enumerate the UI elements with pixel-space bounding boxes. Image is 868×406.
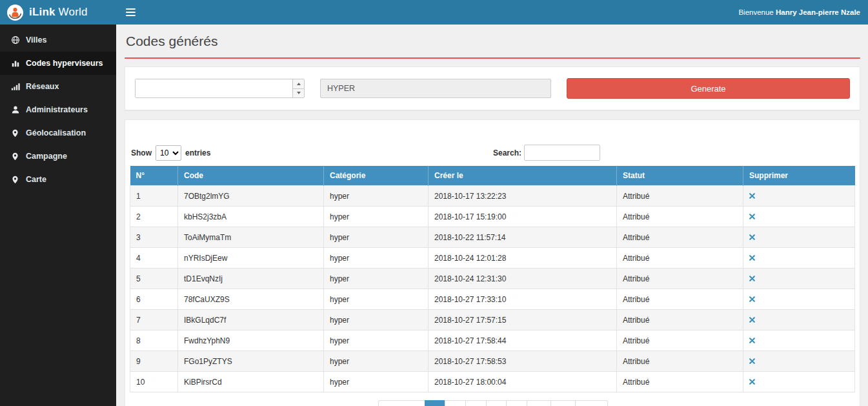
table-row: 17OBtg2lmYGhyper2018-10-17 13:22:23Attri…: [130, 186, 855, 207]
page-button-5[interactable]: 5: [506, 400, 527, 406]
page-button-previous[interactable]: Previous: [378, 400, 425, 406]
search-label: Search:: [493, 148, 521, 157]
sidebar-item-label: Villes: [26, 36, 46, 45]
sidebar-item-geolocalisation[interactable]: Géolocalisation: [0, 121, 116, 145]
cell-status: Attribué: [617, 289, 743, 310]
table-row: 3ToAiMymaTmhyper2018-10-22 11:57:14Attri…: [130, 227, 855, 248]
page-length-control: Show 10 entries: [130, 145, 493, 161]
topbar-main: Bienvenue Hanry Jean-pierre Nzale: [116, 0, 868, 25]
content: Codes générés Generate Show 10: [116, 25, 868, 406]
stepper-down-icon[interactable]: [293, 89, 304, 98]
column-header[interactable]: N°: [130, 166, 178, 186]
cell-code: tD1EvqNzIj: [178, 269, 324, 289]
sidebar-item-villes[interactable]: Villes: [0, 28, 116, 52]
delete-icon[interactable]: [749, 338, 755, 343]
cell-status: Attribué: [617, 207, 743, 227]
codes-table: N°CodeCatégorieCréer leStatutSupprimer 1…: [130, 166, 855, 392]
topbar: iLink World Bienvenue Hanry Jean-pierre …: [0, 0, 868, 25]
code-count-input[interactable]: [136, 79, 292, 97]
sidebar-item-label: Codes hyperviseurs: [26, 59, 103, 68]
delete-icon[interactable]: [749, 296, 755, 302]
title-divider: [125, 57, 860, 59]
delete-icon[interactable]: [749, 317, 755, 323]
column-header[interactable]: Supprimer: [743, 166, 855, 186]
cell-number: 10: [130, 372, 178, 392]
table-row: 5tD1EvqNzIjhyper2018-10-24 12:31:30Attri…: [130, 269, 855, 289]
cell-delete: [743, 351, 855, 372]
delete-icon[interactable]: [749, 255, 755, 261]
delete-icon[interactable]: [749, 358, 755, 364]
page-button-2[interactable]: 2: [445, 400, 466, 406]
cell-delete: [743, 227, 855, 248]
page-button-1[interactable]: 1: [425, 400, 446, 406]
delete-icon[interactable]: [749, 379, 755, 385]
cell-created: 2018-10-27 18:00:04: [429, 372, 617, 392]
cell-delete: [743, 289, 855, 310]
cell-created: 2018-10-22 11:57:14: [429, 227, 617, 248]
cell-number: 8: [130, 330, 178, 351]
table-controls: Show 10 entries Search:: [130, 145, 855, 161]
delete-icon[interactable]: [749, 276, 755, 281]
sidebar-item-label: Géolocalisation: [26, 128, 86, 137]
column-header[interactable]: Statut: [617, 166, 743, 186]
generate-button[interactable]: Generate: [567, 78, 850, 99]
welcome-prefix: Bienvenue: [738, 8, 776, 16]
page-length-select[interactable]: 10: [156, 145, 181, 161]
delete-icon[interactable]: [749, 214, 755, 219]
page-button-next[interactable]: Next: [575, 400, 608, 406]
sidebar-item-reseaux[interactable]: Réseaux: [0, 75, 116, 98]
delete-icon[interactable]: [749, 193, 755, 199]
search-input[interactable]: [524, 145, 600, 161]
user-icon: [10, 105, 20, 114]
delete-icon[interactable]: [749, 234, 755, 240]
column-header[interactable]: Catégorie: [324, 166, 429, 186]
sidebar-item-label: Administrateurs: [26, 105, 88, 114]
table-row: 8FwdhzYphN9hyper2018-10-27 17:58:44Attri…: [130, 330, 855, 351]
table-row: 9FGo1PyZTYShyper2018-10-27 17:58:53Attri…: [130, 351, 855, 372]
brand[interactable]: iLink World: [0, 0, 116, 25]
cell-created: 2018-10-27 17:57:15: [429, 310, 617, 330]
stepper-up-icon[interactable]: [293, 79, 304, 89]
cell-created: 2018-10-27 17:58:44: [429, 330, 617, 351]
page-button-ellipsis[interactable]: …: [527, 400, 551, 406]
cell-status: Attribué: [617, 330, 743, 351]
search-control: Search:: [493, 145, 855, 161]
cell-category: hyper: [324, 186, 429, 207]
welcome-text: Bienvenue Hanry Jean-pierre Nzale: [738, 8, 868, 16]
sidebar-item-administrateurs[interactable]: Administrateurs: [0, 98, 116, 121]
show-label: Show: [131, 148, 152, 157]
sidebar-item-codes-hyperviseurs[interactable]: Codes hyperviseurs: [0, 52, 116, 75]
sidebar-item-carte[interactable]: Carte: [0, 168, 116, 191]
entries-label: entries: [185, 148, 210, 157]
table-footer: Showing 1 to 10 of 218 entries Previous1…: [130, 400, 855, 406]
ilink-logo-icon: [6, 4, 24, 21]
cell-created: 2018-10-24 12:31:30: [429, 269, 617, 289]
page-title: Codes générés: [126, 34, 860, 49]
cell-delete: [743, 310, 855, 330]
column-header[interactable]: Code: [178, 166, 324, 186]
table-row: 7IBkGLqdC7fhyper2018-10-27 17:57:15Attri…: [130, 310, 855, 330]
map-marker-icon: [10, 176, 20, 184]
cell-code: KiBPirsrCd: [178, 372, 324, 392]
hamburger-menu-icon[interactable]: [116, 0, 145, 25]
globe-icon: [10, 36, 20, 45]
brand-text: iLink World: [29, 6, 88, 19]
cell-delete: [743, 186, 855, 207]
table-row: 10KiBPirsrCdhyper2018-10-27 18:00:04Attr…: [130, 372, 855, 392]
column-header[interactable]: Créer le: [429, 166, 617, 186]
page-button-3[interactable]: 3: [465, 400, 487, 406]
code-count-stepper: [135, 79, 305, 98]
cell-number: 5: [130, 269, 178, 289]
app-root: iLink World Bienvenue Hanry Jean-pierre …: [0, 0, 868, 406]
page-button-4[interactable]: 4: [486, 400, 507, 406]
cell-number: 7: [130, 310, 178, 330]
page-button-22[interactable]: 22: [550, 400, 576, 406]
signal-icon: [10, 82, 20, 91]
sidebar-nav: VillesCodes hyperviseursRéseauxAdministr…: [0, 28, 116, 191]
table-row: 4nYRIsDjEewhyper2018-10-24 12:01:28Attri…: [130, 248, 855, 269]
cell-created: 2018-10-17 15:19:00: [429, 207, 617, 227]
cell-delete: [743, 372, 855, 392]
cell-code: FGo1PyZTYS: [178, 351, 324, 372]
sidebar-item-campagne[interactable]: Campagne: [0, 145, 116, 168]
cell-delete: [743, 248, 855, 269]
